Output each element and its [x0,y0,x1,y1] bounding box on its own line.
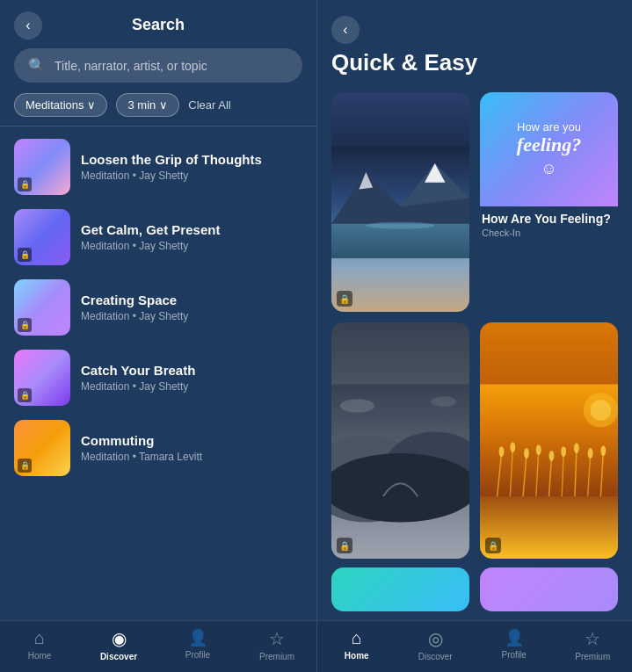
list-item[interactable]: 🔒 Commuting Meditation • Tamara Levitt [0,413,316,483]
item-title: Catch Your Breath [81,363,302,378]
item-title: Creating Space [81,293,302,307]
filter-duration[interactable]: 3 min ∨ [116,93,179,117]
card-grid: 🔒 Calming Anxiety Meditation • Tamara Le… [317,83,632,567]
partial-cards-row [317,567,632,620]
nav-profile-right[interactable]: 👤 Profile [475,628,554,661]
lock-icon: 🔒 [18,177,32,191]
item-meta: Meditation • Jay Shetty [81,310,302,322]
card-meta: Check-In [482,226,616,241]
discover-icon: ◉ [112,628,127,649]
svg-rect-5 [331,224,469,258]
nav-premium-right[interactable]: ☆ Premium [554,628,633,661]
item-info: Commuting Meditation • Tamara Levitt [81,433,302,463]
feeling-line1: How are you [517,120,581,134]
svg-point-10 [331,453,469,523]
item-thumbnail: 🔒 [14,279,70,336]
nav-discover-label: Discover [418,652,453,661]
nav-home-right[interactable]: ⌂ Home [317,628,396,661]
item-info: Get Calm, Get Present Meditation • Jay S… [81,222,302,252]
svg-point-11 [340,400,374,414]
card-mindful-walking[interactable]: 🔒 Mindful Walking Meditation • Tamara Le… [331,322,469,559]
search-title: Search [132,16,185,34]
right-title: Quick & Easy [331,49,618,76]
nav-home[interactable]: ⌂ Home [0,628,79,661]
search-bar[interactable]: 🔍 Title, narrator, artist, or topic [14,48,302,83]
svg-point-30 [588,449,593,459]
lock-icon: 🔒 [18,459,32,473]
profile-icon: 👤 [188,628,207,647]
item-info: Catch Your Breath Meditation • Jay Shett… [81,363,302,393]
lock-icon: 🔒 [18,248,32,262]
svg-point-27 [549,452,555,462]
nav-discover[interactable]: ◉ Discover [79,628,158,661]
premium-icon: ☆ [269,628,285,649]
item-thumbnail: 🔒 [14,420,70,476]
chevron-down-icon: ∨ [87,98,96,112]
item-meta: Meditation • Jay Shetty [81,240,302,252]
nav-discover-label: Discover [100,652,137,661]
search-placeholder: Title, narrator, artist, or topic [54,59,207,73]
nav-home-label: Home [345,651,369,661]
nav-premium-label: Premium [259,652,294,661]
lock-icon: 🔒 [18,318,32,332]
profile-icon: 👤 [505,628,524,647]
lock-icon: 🔒 [337,291,352,307]
item-title: Get Calm, Get Present [81,222,302,237]
nav-profile[interactable]: 👤 Profile [158,628,237,661]
lock-icon: 🔒 [18,388,32,402]
home-icon: ⌂ [352,628,362,648]
card-title: How Are You Feeling? [482,212,616,226]
item-info: Creating Space Meditation • Jay Shetty [81,293,302,322]
list-item[interactable]: 🔒 Catch Your Breath Meditation • Jay She… [0,343,316,413]
nav-discover-right[interactable]: ◎ Discover [396,628,476,661]
item-meta: Meditation • Tamara Levitt [81,451,302,463]
item-meta: Meditation • Jay Shetty [81,170,302,182]
svg-point-6 [366,222,435,229]
lock-icon: 🔒 [337,538,352,553]
card-how-feeling[interactable]: How are you feeling? ☺ How Are You Feeli… [480,92,618,312]
svg-point-25 [524,449,529,459]
premium-icon: ☆ [585,628,600,649]
nav-premium[interactable]: ☆ Premium [237,628,316,661]
feeling-line2: feeling? [517,134,581,156]
divider [0,126,316,126]
list-item[interactable]: 🔒 Get Calm, Get Present Meditation • Jay… [0,202,316,272]
right-header: ‹ Quick & Easy [317,0,632,83]
card-image: 🔒 [480,322,618,559]
svg-point-28 [561,447,566,458]
left-header: ‹ Search [0,0,316,45]
item-thumbnail: 🔒 [14,350,70,406]
list-item[interactable]: 🔒 Creating Space Meditation • Jay Shetty [0,272,316,343]
right-back-button[interactable]: ‹ [331,16,360,44]
item-meta: Meditation • Jay Shetty [81,380,302,393]
bottom-nav: ⌂ Home ◉ Discover 👤 Profile ☆ Premium [0,620,316,672]
partial-card-teal[interactable] [331,567,469,611]
home-icon: ⌂ [34,628,45,648]
svg-point-31 [600,446,606,457]
item-title: Loosen the Grip of Thoughts [81,152,302,167]
svg-point-12 [431,397,456,408]
partial-card-purple[interactable] [480,567,618,611]
svg-point-24 [510,443,515,453]
chevron-down-icon-2: ∨ [159,98,168,112]
svg-point-29 [574,444,579,454]
discover-icon: ◎ [428,628,443,649]
card-image: 🔒 [331,322,469,559]
clear-all-button[interactable]: Clear All [188,98,230,112]
item-title: Commuting [81,433,302,448]
right-bottom-nav: ⌂ Home ◎ Discover 👤 Profile ☆ Premium [317,620,632,672]
nav-premium-label: Premium [575,652,610,661]
feeling-emoji: ☺ [541,160,556,178]
filter-type-label: Meditations [25,98,84,112]
list-item[interactable]: 🔒 Loosen the Grip of Thoughts Meditation… [0,132,316,202]
card-image: How are you feeling? ☺ [480,92,618,206]
lock-icon: 🔒 [485,538,501,553]
nav-home-label: Home [28,651,52,661]
card-body-scan[interactable]: 🔒 Body Scan Meditation • Tamara Levitt •… [480,322,618,559]
search-icon: 🔍 [28,57,46,74]
back-button[interactable]: ‹ [14,11,42,40]
card-calming-anxiety[interactable]: 🔒 Calming Anxiety Meditation • Tamara Le… [331,92,469,312]
filter-type[interactable]: Meditations ∨ [14,93,107,117]
item-thumbnail: 🔒 [14,139,70,195]
svg-point-26 [536,445,541,456]
